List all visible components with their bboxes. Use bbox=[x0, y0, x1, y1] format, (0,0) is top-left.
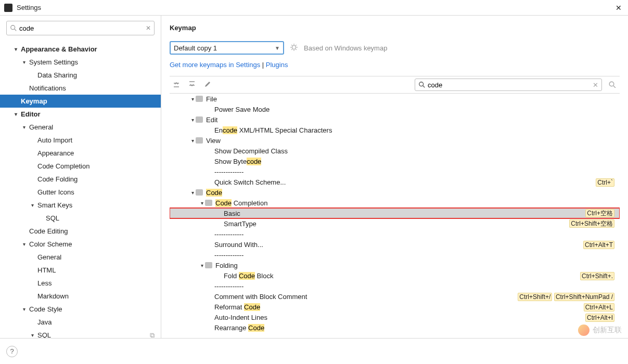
sidebar-item[interactable]: Gutter Icons bbox=[0, 186, 161, 199]
shortcut-chip: Ctrl+` bbox=[596, 178, 614, 187]
keymap-row[interactable]: ------------- bbox=[170, 229, 620, 239]
keymap-row[interactable]: ▾File bbox=[170, 94, 620, 104]
sidebar-item[interactable]: ▾SQL⧉ bbox=[0, 329, 161, 338]
sidebar-item-label: SQL bbox=[46, 214, 59, 222]
collapse-all-icon[interactable] bbox=[187, 81, 197, 89]
sidebar-item-label: Code Completion bbox=[37, 162, 89, 170]
keymap-row[interactable]: ▾Edit bbox=[170, 114, 620, 125]
sidebar-item[interactable]: General bbox=[0, 251, 161, 264]
sidebar-item[interactable]: ▾Color Scheme bbox=[0, 238, 161, 251]
sidebar-item[interactable]: ▾Editor bbox=[0, 108, 161, 121]
sidebar-item[interactable]: Code Editing bbox=[0, 225, 161, 238]
edit-icon[interactable] bbox=[203, 81, 212, 89]
help-button[interactable]: ? bbox=[6, 346, 18, 357]
sidebar-item[interactable]: ▾Smart Keys bbox=[0, 199, 161, 212]
action-label: Reformat Code bbox=[214, 303, 260, 311]
action-label: ------------- bbox=[214, 230, 243, 238]
sidebar-item[interactable]: Less bbox=[0, 277, 161, 290]
keymap-row[interactable]: Rearrange Code bbox=[170, 322, 620, 333]
settings-search[interactable]: ✕ bbox=[6, 21, 155, 35]
sidebar-item[interactable]: HTML bbox=[0, 264, 161, 277]
action-label: View bbox=[206, 137, 221, 145]
sidebar-item[interactable]: SQL bbox=[0, 212, 161, 225]
keymap-select[interactable]: Default copy 1 ▼ bbox=[170, 41, 284, 55]
keymap-row[interactable]: Power Save Mode bbox=[170, 104, 620, 114]
sidebar-item[interactable]: Auto Import bbox=[0, 134, 161, 147]
keymap-row[interactable]: Reformat CodeCtrl+Alt+L bbox=[170, 302, 620, 312]
settings-sidebar: ✕ ▾Appearance & Behavior▾System Settings… bbox=[0, 16, 161, 338]
gear-icon[interactable] bbox=[290, 44, 298, 53]
shortcut-chip: Ctrl+Shift+/ bbox=[518, 293, 552, 301]
expand-all-icon[interactable] bbox=[172, 81, 181, 89]
caret-icon: ▾ bbox=[199, 263, 205, 268]
get-more-keymaps-link[interactable]: Get more keymaps in Settings bbox=[170, 61, 260, 69]
svg-line-8 bbox=[296, 49, 297, 50]
keymap-toolbar: ✕ bbox=[170, 76, 620, 94]
folder-icon bbox=[196, 116, 203, 123]
page-title: Keymap bbox=[170, 24, 620, 32]
keymap-row[interactable]: ▾Folding bbox=[170, 260, 620, 270]
keymap-row[interactable]: Surround With...Ctrl+Alt+T bbox=[170, 239, 620, 250]
sidebar-item[interactable]: ▾General bbox=[0, 121, 161, 134]
folder-icon bbox=[205, 262, 212, 268]
sidebar-item[interactable]: ▾System Settings bbox=[0, 56, 161, 69]
svg-point-17 bbox=[609, 82, 614, 86]
sidebar-item[interactable]: ▾Code Style bbox=[0, 303, 161, 316]
sidebar-item[interactable]: Code Completion bbox=[0, 160, 161, 173]
keymap-row[interactable]: Show Decompiled Class bbox=[170, 146, 620, 156]
window-title: Settings bbox=[17, 4, 41, 11]
sidebar-item[interactable]: Keymap bbox=[0, 95, 161, 108]
action-label: Quick Switch Scheme... bbox=[214, 178, 286, 186]
settings-tree[interactable]: ▾Appearance & Behavior▾System SettingsDa… bbox=[0, 41, 161, 338]
clear-search-icon[interactable]: ✕ bbox=[146, 24, 151, 32]
keymap-tree[interactable]: ▾FilePower Save Mode▾EditEncode XML/HTML… bbox=[170, 94, 620, 338]
find-by-shortcut-icon[interactable] bbox=[608, 81, 618, 89]
keymap-row[interactable]: Show Bytecode bbox=[170, 156, 620, 166]
shortcut-list: Ctrl+空格 bbox=[585, 209, 614, 218]
action-label: Power Save Mode bbox=[214, 106, 270, 113]
clear-actions-search-icon[interactable]: ✕ bbox=[593, 81, 598, 89]
sidebar-item[interactable]: Data Sharing bbox=[0, 69, 161, 82]
actions-search-input[interactable] bbox=[426, 81, 593, 89]
keymap-row[interactable]: ------------- bbox=[170, 281, 620, 291]
caret-icon: ▾ bbox=[189, 138, 196, 144]
keymap-row[interactable]: Encode XML/HTML Special Characters bbox=[170, 125, 620, 135]
keymap-row[interactable]: Quick Switch Scheme...Ctrl+` bbox=[170, 177, 620, 187]
keymap-row[interactable]: BasicCtrl+空格 bbox=[170, 208, 620, 218]
action-label: ------------- bbox=[214, 251, 243, 259]
sidebar-item-label: Code Editing bbox=[29, 227, 68, 235]
shortcut-chip: Ctrl+Shift+. bbox=[580, 272, 614, 280]
keymap-row[interactable]: SmartTypeCtrl+Shift+空格 bbox=[170, 218, 620, 229]
sidebar-item[interactable]: Appearance bbox=[0, 147, 161, 160]
action-label: SmartType bbox=[224, 220, 257, 228]
close-icon[interactable]: ✕ bbox=[613, 4, 624, 12]
actions-search[interactable]: ✕ bbox=[415, 79, 602, 91]
keymap-row[interactable]: ▾Code bbox=[170, 187, 620, 198]
shortcut-list: Ctrl+Alt+L bbox=[584, 303, 614, 311]
caret-icon: ▾ bbox=[29, 202, 35, 208]
sidebar-item-label: Data Sharing bbox=[37, 71, 77, 79]
caret-icon: ▾ bbox=[12, 111, 19, 117]
keymap-row[interactable]: Comment with Block CommentCtrl+Shift+/ C… bbox=[170, 291, 620, 302]
settings-content: Keymap Default copy 1 ▼ Based on Windows… bbox=[161, 16, 628, 338]
keymap-row[interactable]: ▾View bbox=[170, 135, 620, 146]
shortcut-chip: Ctrl+Alt+T bbox=[583, 241, 614, 249]
sidebar-item[interactable]: Markdown bbox=[0, 290, 161, 303]
action-label: Basic bbox=[224, 210, 240, 217]
shortcut-list: Ctrl+` bbox=[596, 178, 614, 186]
sidebar-item[interactable]: Notifications bbox=[0, 82, 161, 95]
sidebar-item-label: Auto Import bbox=[37, 136, 72, 144]
sidebar-item[interactable]: Code Folding bbox=[0, 173, 161, 186]
keymap-row[interactable]: ------------- bbox=[170, 166, 620, 177]
sidebar-item[interactable]: ▾Appearance & Behavior bbox=[0, 43, 161, 56]
sidebar-item-label: System Settings bbox=[29, 58, 78, 66]
svg-line-1 bbox=[15, 29, 17, 31]
plugins-link[interactable]: Plugins bbox=[266, 61, 288, 69]
caret-icon: ▾ bbox=[189, 117, 196, 123]
keymap-row[interactable]: Fold Code BlockCtrl+Shift+. bbox=[170, 270, 620, 281]
settings-search-input[interactable] bbox=[17, 24, 144, 32]
keymap-row[interactable]: ▾Code Completion bbox=[170, 198, 620, 208]
sidebar-item[interactable]: Java bbox=[0, 316, 161, 329]
keymap-row[interactable]: ------------- bbox=[170, 250, 620, 260]
keymap-row[interactable]: Auto-Indent LinesCtrl+Alt+I bbox=[170, 312, 620, 322]
